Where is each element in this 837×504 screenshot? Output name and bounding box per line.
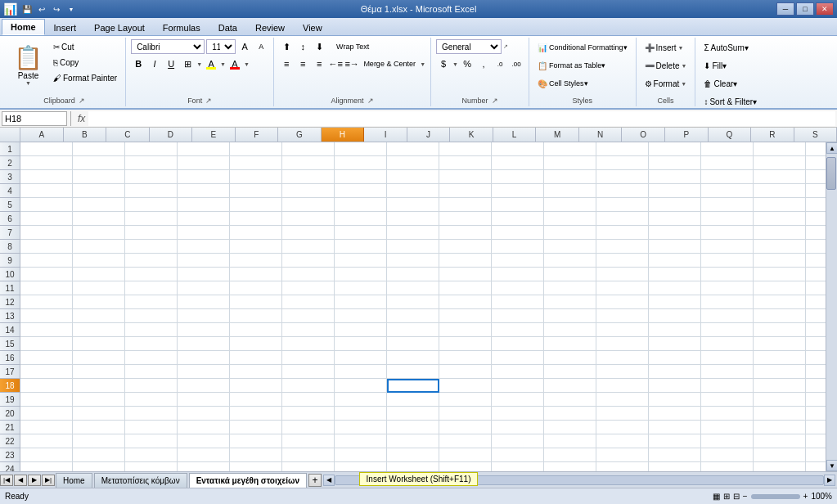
cell-I8[interactable] [439,240,492,254]
tab-formulas[interactable]: Formulas [154,19,209,35]
cell-D19[interactable] [178,393,230,407]
number-expand-btn[interactable]: ↗ [492,97,498,105]
cell-B14[interactable] [73,323,125,337]
cell-E23[interactable] [230,448,282,462]
cell-P18[interactable] [806,379,826,393]
close-button[interactable]: ✕ [816,2,834,16]
cell-G2[interactable] [335,156,387,170]
percent-button[interactable]: % [460,56,475,71]
conditional-formatting-button[interactable]: 📊 Conditional Formatting▾ [534,39,631,56]
cell-D6[interactable] [178,212,230,226]
cell-H6[interactable] [387,212,439,226]
row-header-21[interactable]: 21 [0,421,20,434]
row-header-11[interactable]: 11 [0,281,20,295]
cell-K24[interactable] [544,462,596,471]
cell-O21[interactable] [754,421,806,434]
format-painter-button[interactable]: 🖌 Format Painter [50,70,120,85]
cell-H9[interactable] [387,254,439,268]
cell-D3[interactable] [178,170,230,184]
cell-D10[interactable] [178,268,230,281]
cell-D2[interactable] [178,156,230,170]
cell-I21[interactable] [439,421,492,434]
cell-N12[interactable] [701,295,754,309]
cell-L6[interactable] [596,212,649,226]
cell-M6[interactable] [649,212,701,226]
comma-button[interactable]: , [476,56,491,71]
cell-J21[interactable] [492,421,544,434]
cell-O2[interactable] [754,156,806,170]
cell-E16[interactable] [230,351,282,365]
col-header-q[interactable]: Q [709,128,752,142]
font-color-dropdown-icon[interactable]: ▼ [244,61,250,67]
add-sheet-button[interactable]: + [308,474,322,487]
cell-M15[interactable] [649,337,701,351]
cell-K14[interactable] [544,323,596,337]
cell-K12[interactable] [544,295,596,309]
col-header-h[interactable]: H [322,128,365,142]
cell-I20[interactable] [439,407,492,421]
cell-L10[interactable] [596,268,649,281]
cell-O13[interactable] [754,309,806,323]
font-name-select[interactable]: Calibri [131,39,205,54]
cell-F5[interactable] [282,198,335,212]
cell-P13[interactable] [806,309,826,323]
cell-J24[interactable] [492,462,544,471]
cell-P7[interactable] [806,226,826,240]
align-center-button[interactable]: ≡ [295,56,310,71]
cell-I6[interactable] [439,212,492,226]
cell-I24[interactable] [439,462,492,471]
cell-B12[interactable] [73,295,125,309]
cell-H10[interactable] [387,268,439,281]
format-button[interactable]: ⚙ Format ▼ [641,75,691,92]
cell-F19[interactable] [282,393,335,407]
cell-K2[interactable] [544,156,596,170]
col-header-c[interactable]: C [106,128,150,142]
cell-K19[interactable] [544,393,596,407]
align-left-button[interactable]: ≡ [279,56,294,71]
cell-C20[interactable] [125,407,178,421]
cell-F12[interactable] [282,295,335,309]
cell-C2[interactable] [125,156,178,170]
cell-B19[interactable] [73,393,125,407]
col-header-j[interactable]: J [407,128,451,142]
cell-E1[interactable] [230,142,282,156]
cell-O17[interactable] [754,365,806,379]
cell-F4[interactable] [282,184,335,198]
number-format-select[interactable]: General [436,39,502,54]
cell-C19[interactable] [125,393,178,407]
cell-C11[interactable] [125,281,178,295]
cell-J4[interactable] [492,184,544,198]
cell-C9[interactable] [125,254,178,268]
cell-L14[interactable] [596,323,649,337]
cell-C7[interactable] [125,226,178,240]
cell-O15[interactable] [754,337,806,351]
cell-E3[interactable] [230,170,282,184]
cell-I1[interactable] [439,142,492,156]
sheet-tab-3[interactable]: Εντατικά μεγέθη στοιχείων [189,473,307,488]
cell-A17[interactable] [20,365,73,379]
cell-L7[interactable] [596,226,649,240]
cell-K20[interactable] [544,407,596,421]
row-header-4[interactable]: 4 [0,184,20,198]
cell-A8[interactable] [20,240,73,254]
cell-D12[interactable] [178,295,230,309]
cell-C14[interactable] [125,323,178,337]
cell-A18[interactable] [20,379,73,393]
cell-O4[interactable] [754,184,806,198]
col-header-m[interactable]: M [536,128,579,142]
cell-M7[interactable] [649,226,701,240]
sheet-tab-1[interactable]: Home [56,473,92,488]
cell-F8[interactable] [282,240,335,254]
cell-N21[interactable] [701,421,754,434]
qa-dropdown-icon[interactable]: ▼ [65,2,78,16]
cell-D13[interactable] [178,309,230,323]
cell-K16[interactable] [544,351,596,365]
cell-I3[interactable] [439,170,492,184]
cell-J16[interactable] [492,351,544,365]
cell-D8[interactable] [178,240,230,254]
cell-N6[interactable] [701,212,754,226]
cell-M21[interactable] [649,421,701,434]
scroll-thumb-v[interactable] [826,157,836,190]
cell-F21[interactable] [282,421,335,434]
cell-J15[interactable] [492,337,544,351]
